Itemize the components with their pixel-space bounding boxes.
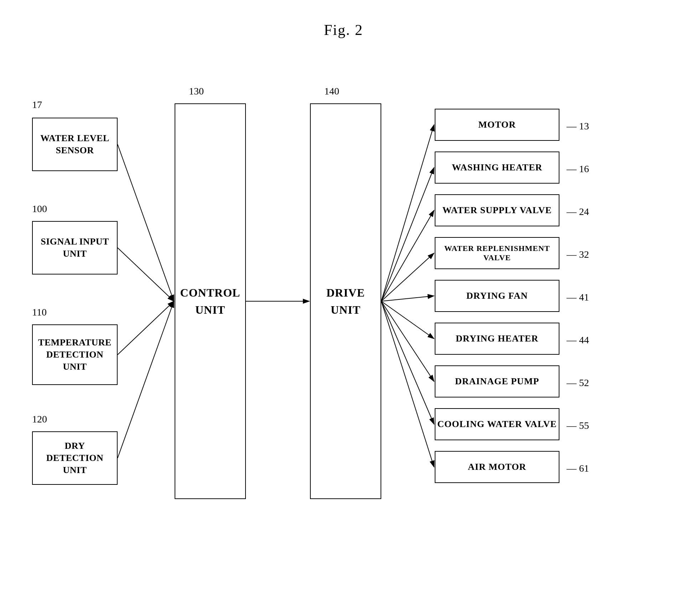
temperature-detection-unit-box: TEMPERATUREDETECTION UNIT — [32, 324, 118, 385]
svg-line-6 — [381, 125, 434, 301]
svg-line-9 — [381, 253, 434, 301]
ref-130: 130 — [189, 86, 204, 97]
svg-line-2 — [118, 248, 174, 301]
ref-52: — 52 — [567, 377, 589, 389]
ref-41: — 41 — [567, 292, 589, 303]
control-unit-box: CONTROLUNIT — [175, 103, 246, 499]
ref-61: — 61 — [567, 463, 589, 474]
ref-100: 100 — [32, 203, 47, 215]
air-motor-box: AIR MOTOR — [435, 451, 559, 483]
svg-line-10 — [381, 296, 434, 301]
ref-110: 110 — [32, 307, 47, 318]
svg-line-11 — [381, 301, 434, 339]
svg-line-8 — [381, 210, 434, 301]
drying-heater-box: DRYING HEATER — [435, 323, 559, 355]
ref-120: 120 — [32, 414, 47, 425]
cooling-water-valve-box: COOLING WATER VALVE — [435, 408, 559, 440]
svg-line-14 — [381, 301, 434, 467]
svg-line-4 — [118, 301, 174, 458]
water-replenishment-valve-box: WATER REPLENISHMENT VALVE — [435, 237, 559, 269]
diagram: 17 100 110 120 130 140 WATER LEVELSENSOR… — [0, 46, 687, 602]
drainage-pump-box: DRAINAGE PUMP — [435, 365, 559, 397]
svg-line-1 — [118, 144, 174, 301]
svg-line-13 — [381, 301, 434, 424]
figure-title: Fig. 2 — [0, 0, 687, 38]
washing-heater-box: WASHING HEATER — [435, 152, 559, 184]
dry-detection-unit-box: DRYDETECTION UNIT — [32, 431, 118, 485]
svg-line-12 — [381, 301, 434, 381]
motor-box: MOTOR — [435, 109, 559, 141]
svg-line-7 — [381, 168, 434, 301]
ref-140: 140 — [324, 86, 339, 97]
svg-line-3 — [118, 301, 174, 355]
drying-fan-box: DRYING FAN — [435, 280, 559, 312]
ref-32: — 32 — [567, 249, 589, 260]
ref-55: — 55 — [567, 420, 589, 431]
drive-unit-box: DRIVEUNIT — [310, 103, 381, 499]
ref-44: — 44 — [567, 334, 589, 346]
signal-input-unit-box: SIGNAL INPUTUNIT — [32, 221, 118, 274]
ref-16: — 16 — [567, 163, 589, 175]
ref-24: — 24 — [567, 206, 589, 217]
water-level-sensor-box: WATER LEVELSENSOR — [32, 118, 118, 171]
ref-13: — 13 — [567, 120, 589, 132]
water-supply-valve-box: WATER SUPPLY VALVE — [435, 194, 559, 226]
ref-17: 17 — [32, 99, 42, 111]
